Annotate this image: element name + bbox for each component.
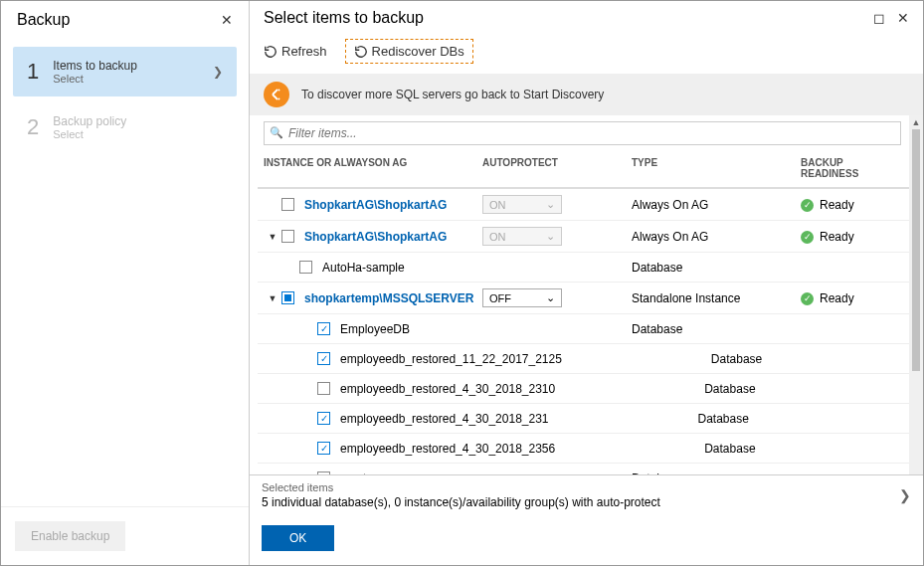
table-row[interactable]: ▼employeedb_restored_4_30_2018_2310Datab…	[258, 374, 909, 404]
table-header: INSTANCE OR ALWAYSON AG AUTOPROTECT TYPE…	[258, 149, 909, 188]
chevron-right-icon: ❯	[213, 65, 223, 79]
header-readiness: BACKUP READINESS	[801, 157, 903, 179]
expand-caret-icon[interactable]: ▼	[268, 293, 277, 303]
type-cell: Database	[632, 322, 801, 336]
item-name[interactable]: ShopkartAG\ShopkartAG	[304, 230, 447, 244]
type-cell: Database	[632, 261, 801, 275]
enable-backup-button[interactable]: Enable backup	[15, 521, 125, 551]
type-cell: Database	[711, 352, 880, 366]
check-icon: ✓	[801, 292, 814, 305]
ready-badge: ✓Ready	[801, 230, 854, 244]
info-icon	[264, 82, 289, 107]
checkbox[interactable]: ✓	[317, 322, 330, 335]
selected-text: 5 individual database(s), 0 instance(s)/…	[262, 495, 660, 509]
checkbox[interactable]: ✓	[317, 442, 330, 455]
scroll-thumb[interactable]	[912, 129, 920, 371]
info-text: To discover more SQL servers go back to …	[301, 88, 604, 101]
selected-items-bar[interactable]: Selected items 5 individual database(s),…	[250, 474, 923, 515]
autoprotect-select: ON⌄	[482, 227, 562, 246]
type-cell: Always On AG	[632, 198, 801, 212]
checkbox[interactable]: ✓	[317, 352, 330, 365]
table-row[interactable]: ▼masterDatabase	[258, 464, 909, 474]
selected-label: Selected items	[262, 481, 660, 493]
step-subtitle: Select	[53, 128, 126, 140]
type-cell: Database	[704, 382, 873, 396]
step-items-to-backup[interactable]: 1 Items to backup Select ❯	[13, 47, 237, 96]
refresh-button[interactable]: Refresh	[264, 44, 327, 59]
scroll-up-icon[interactable]: ▲	[912, 117, 921, 127]
item-name: employeedb_restored_11_22_2017_2125	[340, 352, 562, 366]
checkbox[interactable]: ✓	[317, 412, 330, 425]
table-row[interactable]: ▼✓employeedb_restored_11_22_2017_2125Dat…	[258, 344, 909, 374]
table-row[interactable]: ▼shopkartemp\MSSQLSERVEROFF⌄Standalone I…	[258, 283, 909, 314]
item-name: AutoHa-sample	[322, 261, 405, 275]
item-name: master	[340, 472, 377, 475]
table-row[interactable]: ▼AutoHa-sampleDatabase	[258, 253, 909, 283]
item-name[interactable]: ShopkartAG\ShopkartAG	[304, 198, 447, 212]
search-icon: 🔍	[270, 126, 283, 139]
autoprotect-select: ON⌄	[482, 195, 562, 214]
refresh-icon	[264, 45, 277, 59]
check-icon: ✓	[801, 231, 814, 244]
checkbox[interactable]	[317, 382, 330, 395]
close-left-icon[interactable]: ✕	[221, 12, 233, 28]
chevron-down-icon: ⌄	[546, 230, 555, 243]
checkbox[interactable]	[317, 472, 330, 474]
left-panel: Backup ✕ 1 Items to backup Select ❯ 2 Ba…	[1, 1, 250, 565]
table-row[interactable]: ▼✓employeedb_restored_4_30_2018_231Datab…	[258, 404, 909, 434]
item-name: employeedb_restored_4_30_2018_231	[340, 412, 549, 426]
checkbox[interactable]	[299, 261, 312, 274]
header-autoprotect: AUTOPROTECT	[482, 157, 632, 179]
ok-button[interactable]: OK	[262, 525, 334, 551]
item-name: employeedb_restored_4_30_2018_2310	[340, 382, 555, 396]
type-cell: Standalone Instance	[632, 291, 801, 305]
maximize-icon[interactable]: ◻	[873, 10, 885, 26]
scrollbar[interactable]: ▲	[909, 115, 923, 474]
type-cell: Database	[698, 412, 867, 426]
type-cell: Database	[704, 442, 873, 456]
table-row[interactable]: ▼✓employeedb_restored_4_30_2018_2356Data…	[258, 434, 909, 464]
filter-input[interactable]	[264, 121, 901, 145]
right-panel: Select items to backup ◻ ✕ Refresh Redis…	[250, 1, 923, 565]
checkbox[interactable]	[281, 291, 294, 304]
right-title: Select items to backup	[264, 9, 424, 27]
check-icon: ✓	[801, 199, 814, 212]
step-title: Backup policy	[53, 114, 126, 128]
step-title: Items to backup	[53, 59, 137, 73]
type-cell: Database	[632, 472, 801, 475]
rediscover-icon	[354, 45, 368, 59]
table-row[interactable]: ▼ShopkartAG\ShopkartAGON⌄Always On AG✓Re…	[258, 221, 909, 253]
close-right-icon[interactable]: ✕	[897, 10, 909, 26]
expand-caret-icon[interactable]: ▼	[268, 232, 277, 242]
step-number: 2	[27, 114, 39, 140]
header-type: TYPE	[632, 157, 801, 179]
table-body: ▼ShopkartAG\ShopkartAGON⌄Always On AG✓Re…	[258, 188, 909, 474]
step-number: 1	[27, 59, 39, 85]
autoprotect-select[interactable]: OFF⌄	[482, 288, 562, 307]
checkbox[interactable]	[281, 230, 294, 243]
header-instance: INSTANCE OR ALWAYSON AG	[264, 157, 482, 179]
ready-badge: ✓Ready	[801, 198, 854, 212]
chevron-right-icon[interactable]: ❯	[899, 487, 911, 503]
checkbox[interactable]	[281, 198, 294, 211]
step-subtitle: Select	[53, 73, 137, 85]
rediscover-button[interactable]: Rediscover DBs	[345, 39, 473, 64]
ready-badge: ✓Ready	[801, 291, 854, 305]
table-row[interactable]: ▼ShopkartAG\ShopkartAGON⌄Always On AG✓Re…	[258, 189, 909, 221]
item-name: EmployeeDB	[340, 322, 410, 336]
table-row[interactable]: ▼✓EmployeeDBDatabase	[258, 314, 909, 344]
type-cell: Always On AG	[632, 230, 801, 244]
info-bar: To discover more SQL servers go back to …	[250, 74, 923, 115]
chevron-down-icon: ⌄	[546, 291, 555, 304]
item-name: employeedb_restored_4_30_2018_2356	[340, 442, 555, 456]
step-backup-policy[interactable]: 2 Backup policy Select	[13, 102, 237, 152]
item-name[interactable]: shopkartemp\MSSQLSERVER	[304, 291, 473, 305]
left-title: Backup	[17, 11, 70, 29]
chevron-down-icon: ⌄	[546, 198, 555, 211]
